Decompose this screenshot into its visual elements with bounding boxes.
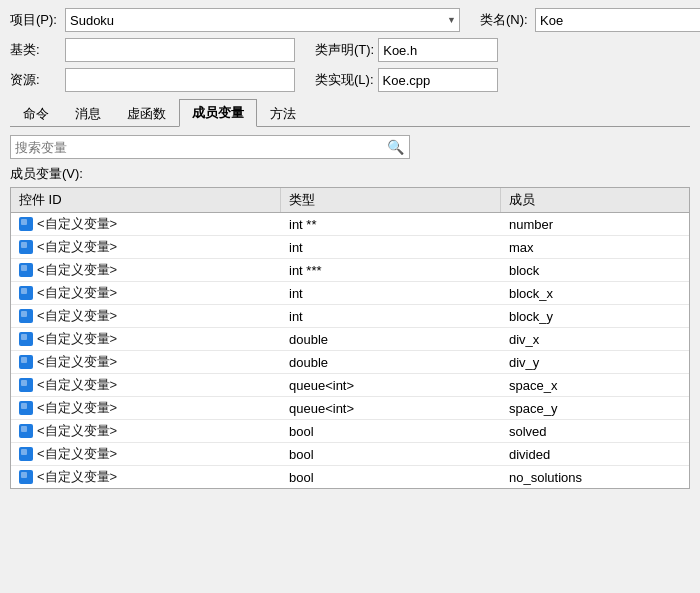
base-row: 基类: 类声明(T):: [10, 38, 690, 62]
table-row[interactable]: <自定义变量>intblock_x: [11, 282, 689, 305]
table-row[interactable]: <自定义变量>int **number: [11, 213, 689, 236]
cell-member: block_y: [501, 307, 689, 326]
cell-member: div_y: [501, 353, 689, 372]
variable-icon: [19, 401, 33, 415]
table-row[interactable]: <自定义变量>booldivided: [11, 443, 689, 466]
cell-type: queue<int>: [281, 399, 501, 418]
variable-icon: [19, 470, 33, 484]
search-wrapper: 🔍: [10, 135, 410, 159]
cell-member: number: [501, 215, 689, 234]
cell-id: <自定义变量>: [11, 328, 281, 350]
cell-member: space_y: [501, 399, 689, 418]
cell-id: <自定义变量>: [11, 259, 281, 281]
variable-id-text: <自定义变量>: [37, 238, 117, 256]
cell-id: <自定义变量>: [11, 282, 281, 304]
cell-type: int: [281, 238, 501, 257]
class-name-label: 类名(N):: [480, 11, 535, 29]
variable-icon: [19, 286, 33, 300]
cell-member: max: [501, 238, 689, 257]
variable-id-text: <自定义变量>: [37, 353, 117, 371]
variable-id-text: <自定义变量>: [37, 422, 117, 440]
variable-id-text: <自定义变量>: [37, 307, 117, 325]
base-input[interactable]: [65, 38, 295, 62]
cell-type: bool: [281, 422, 501, 441]
member-variables-table: 控件 ID 类型 成员 <自定义变量>int **number<自定义变量>in…: [10, 187, 690, 489]
cell-id: <自定义变量>: [11, 213, 281, 235]
table-row[interactable]: <自定义变量>boolno_solutions: [11, 466, 689, 488]
cell-type: bool: [281, 445, 501, 464]
variable-id-text: <自定义变量>: [37, 468, 117, 486]
table-row[interactable]: <自定义变量>int ***block: [11, 259, 689, 282]
variable-icon: [19, 424, 33, 438]
implementation-label: 类实现(L):: [315, 71, 374, 89]
table-row[interactable]: <自定义变量>intblock_y: [11, 305, 689, 328]
tab-methods[interactable]: 方法: [257, 100, 309, 127]
table-row[interactable]: <自定义变量>boolsolved: [11, 420, 689, 443]
variable-icon: [19, 332, 33, 346]
cell-type: int: [281, 284, 501, 303]
table-row[interactable]: <自定义变量>queue<int>space_y: [11, 397, 689, 420]
tab-member-variables[interactable]: 成员变量: [179, 99, 257, 127]
project-row: 项目(P): Sudoku 类名(N):: [10, 8, 690, 32]
cell-member: divided: [501, 445, 689, 464]
variable-id-text: <自定义变量>: [37, 399, 117, 417]
tab-message[interactable]: 消息: [62, 100, 114, 127]
declaration-input[interactable]: [378, 38, 498, 62]
search-input[interactable]: [10, 135, 410, 159]
variable-id-text: <自定义变量>: [37, 445, 117, 463]
cell-type: bool: [281, 468, 501, 487]
table-body: <自定义变量>int **number<自定义变量>intmax<自定义变量>i…: [11, 213, 689, 488]
cell-id: <自定义变量>: [11, 305, 281, 327]
variable-id-text: <自定义变量>: [37, 330, 117, 348]
cell-id: <自定义变量>: [11, 466, 281, 488]
variable-id-text: <自定义变量>: [37, 261, 117, 279]
implementation-input[interactable]: [378, 68, 498, 92]
table-row[interactable]: <自定义变量>queue<int>space_x: [11, 374, 689, 397]
cell-member: space_x: [501, 376, 689, 395]
variable-icon: [19, 263, 33, 277]
base-label: 基类:: [10, 41, 65, 59]
variable-id-text: <自定义变量>: [37, 215, 117, 233]
table-row[interactable]: <自定义变量>intmax: [11, 236, 689, 259]
variable-icon: [19, 309, 33, 323]
project-select-wrapper: Sudoku: [65, 8, 460, 32]
variable-id-text: <自定义变量>: [37, 376, 117, 394]
cell-type: int ***: [281, 261, 501, 280]
tab-command[interactable]: 命令: [10, 100, 62, 127]
table-row[interactable]: <自定义变量>doublediv_y: [11, 351, 689, 374]
project-label: 项目(P):: [10, 11, 65, 29]
source-label: 资源:: [10, 71, 65, 89]
source-input[interactable]: [65, 68, 295, 92]
table-header: 控件 ID 类型 成员: [11, 188, 689, 213]
variable-icon: [19, 240, 33, 254]
cell-id: <自定义变量>: [11, 351, 281, 373]
project-select[interactable]: Sudoku: [65, 8, 460, 32]
variable-icon: [19, 378, 33, 392]
column-header-member: 成员: [501, 188, 689, 212]
cell-member: solved: [501, 422, 689, 441]
cell-id: <自定义变量>: [11, 420, 281, 442]
cell-id: <自定义变量>: [11, 236, 281, 258]
tab-virtual[interactable]: 虚函数: [114, 100, 179, 127]
cell-type: double: [281, 353, 501, 372]
table-row[interactable]: <自定义变量>doublediv_x: [11, 328, 689, 351]
cell-member: block_x: [501, 284, 689, 303]
cell-member: block: [501, 261, 689, 280]
cell-id: <自定义变量>: [11, 397, 281, 419]
declaration-label: 类声明(T):: [315, 41, 374, 59]
cell-id: <自定义变量>: [11, 374, 281, 396]
tabs-bar: 命令 消息 虚函数 成员变量 方法: [10, 98, 690, 127]
variable-id-text: <自定义变量>: [37, 284, 117, 302]
search-row: 🔍: [10, 135, 690, 159]
cell-member: div_x: [501, 330, 689, 349]
variable-icon: [19, 447, 33, 461]
cell-type: double: [281, 330, 501, 349]
source-row: 资源: 类实现(L):: [10, 68, 690, 92]
member-variables-label: 成员变量(V):: [10, 165, 690, 183]
variable-icon: [19, 217, 33, 231]
cell-type: queue<int>: [281, 376, 501, 395]
cell-member: no_solutions: [501, 468, 689, 487]
class-name-input[interactable]: [535, 8, 700, 32]
column-header-type: 类型: [281, 188, 501, 212]
variable-icon: [19, 355, 33, 369]
